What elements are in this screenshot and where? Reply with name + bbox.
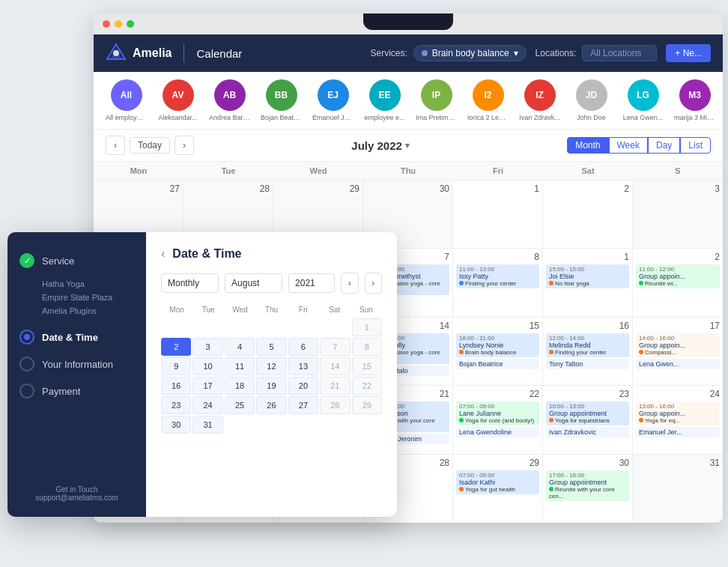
- mini-day-26[interactable]: 26: [256, 396, 286, 414]
- mini-day-8[interactable]: 8: [352, 338, 382, 356]
- calendar-cell-w3d5[interactable]: 2310:00 - 13:00Group appointmentYoga for…: [543, 386, 633, 453]
- cal-next-button[interactable]: ›: [175, 136, 194, 155]
- calendar-cell-w0d5[interactable]: 2: [543, 181, 633, 248]
- calendar-event-w4d5-0[interactable]: 17:00 - 18:00Group appointmentReunite wi…: [546, 470, 629, 501]
- employee-item-3[interactable]: BBBojan Beatrice: [261, 79, 302, 121]
- mini-day-30[interactable]: 30: [161, 416, 191, 434]
- mini-day-18[interactable]: 18: [225, 377, 255, 395]
- mini-day-9[interactable]: 9: [161, 357, 191, 375]
- calendar-event-w3d6-1[interactable]: Emanuel Jer...: [636, 427, 720, 437]
- mini-day-29[interactable]: 29: [352, 396, 382, 414]
- mini-day-16[interactable]: 16: [161, 377, 191, 395]
- calendar-cell-w0d6[interactable]: 3: [633, 181, 723, 248]
- calendar-cell-w1d4[interactable]: 811:00 - 13:00Issy PattyFinding your cen…: [453, 249, 543, 316]
- mini-day-13[interactable]: 13: [288, 357, 318, 375]
- mini-day-22[interactable]: 22: [352, 377, 382, 395]
- calendar-event-w2d5-1[interactable]: Tony Talton: [546, 359, 629, 369]
- modal-back-button[interactable]: ‹: [161, 247, 165, 261]
- mini-day-1[interactable]: 1: [352, 318, 382, 336]
- employee-item-10[interactable]: LGLena Gwen...: [622, 79, 664, 121]
- mini-day-25[interactable]: 25: [225, 396, 255, 414]
- employee-item-2[interactable]: ABAndrea Barber: [209, 79, 250, 121]
- mini-day-5[interactable]: 5: [256, 338, 286, 356]
- employee-item-8[interactable]: IZIvan Zdravk...: [519, 79, 560, 121]
- tab-week[interactable]: Week: [609, 137, 648, 154]
- mini-day-24[interactable]: 24: [192, 396, 222, 414]
- calendar-event-w3d4-0[interactable]: 07:00 - 09:00Lane JulianneYoga for core …: [456, 401, 539, 425]
- calendar-cell-w2d5[interactable]: 1612:00 - 14:00Melinda ReddFinding your …: [543, 318, 633, 385]
- mini-day-15[interactable]: 15: [352, 357, 382, 375]
- employee-item-0[interactable]: AllAll employees: [106, 79, 147, 121]
- mini-day-21[interactable]: 21: [320, 377, 350, 395]
- locations-input[interactable]: All Locations: [582, 45, 657, 61]
- mini-day-3[interactable]: 3: [192, 338, 222, 356]
- mini-day-31[interactable]: 31: [192, 416, 222, 434]
- mini-day-2[interactable]: 2: [161, 338, 191, 356]
- employee-item-11[interactable]: M3marija 3 Mike Sober: [674, 79, 715, 121]
- maximize-dot[interactable]: [127, 20, 134, 28]
- tab-list[interactable]: List: [680, 137, 711, 154]
- mini-day-27[interactable]: 27: [288, 396, 318, 414]
- calendar-event-w3d4-1[interactable]: Lena Gwendoline: [456, 427, 539, 437]
- calendar-event-w3d6-0[interactable]: 13:00 - 16:00Group appoin...Yoga for eq.…: [636, 401, 720, 425]
- calendar-event-w1d4-0[interactable]: 11:00 - 13:00Issy PattyFinding your cent…: [456, 264, 539, 288]
- calendar-cell-w2d4[interactable]: 1518:00 - 21:00Lyndsey NonieBrain body b…: [453, 318, 543, 385]
- mini-day-19[interactable]: 19: [256, 377, 286, 395]
- services-pill[interactable]: Brain body balance ▾: [413, 45, 527, 61]
- employee-item-4[interactable]: EJEmanuel Jer...: [312, 79, 354, 121]
- employee-item-6[interactable]: IPIma Pretime Emily Ernie: [416, 79, 457, 121]
- month-select[interactable]: January February March April May June Ju…: [225, 273, 282, 293]
- calendar-cell-w1d5[interactable]: 115:00 - 15:00Joi ElsieNo fear yoga: [543, 249, 633, 316]
- calendar-event-w2d6-0[interactable]: 14:00 - 16:00Group appoin...Compassi...: [636, 333, 720, 357]
- calendar-event-w2d4-1[interactable]: Bojan Beatrice: [456, 359, 539, 369]
- mini-day-12[interactable]: 12: [256, 357, 286, 375]
- calendar-cell-w3d4[interactable]: 2207:00 - 09:00Lane JulianneYoga for cor…: [453, 386, 543, 453]
- minimize-dot[interactable]: [115, 20, 122, 28]
- year-select[interactable]: 2019 2020 2021 2022 2023: [288, 273, 335, 293]
- mini-day-20[interactable]: 20: [288, 377, 318, 395]
- new-button[interactable]: + Ne...: [666, 44, 711, 62]
- mini-day-6[interactable]: 6: [288, 338, 318, 356]
- calendar-event-w4d4-0[interactable]: 07:00 - 09:00Isador KathiYoga for gut he…: [456, 470, 539, 494]
- calendar-cell-w1d6[interactable]: 211:00 - 12:00Group appoin...Reunite wi.…: [633, 249, 723, 316]
- mini-cal-prev[interactable]: ‹: [341, 273, 358, 294]
- sidebar-step-date[interactable]: Date & Time: [19, 324, 134, 351]
- mini-day-11[interactable]: 11: [225, 357, 255, 375]
- mini-day-17[interactable]: 17: [192, 377, 222, 395]
- mini-day-4[interactable]: 4: [225, 338, 255, 356]
- service-amelia-plugins[interactable]: Amelia Plugins: [19, 304, 134, 318]
- calendar-cell-w0d4[interactable]: 1: [453, 181, 543, 248]
- today-button[interactable]: Today: [130, 137, 170, 154]
- calendar-cell-w2d6[interactable]: 1714:00 - 16:00Group appoin...Compassi..…: [633, 318, 723, 385]
- mini-day-28[interactable]: 28: [320, 396, 350, 414]
- mini-cal-next[interactable]: ›: [365, 273, 382, 294]
- sidebar-step-payment[interactable]: Payment: [19, 378, 134, 404]
- close-dot[interactable]: [103, 20, 110, 28]
- calendar-event-w2d6-1[interactable]: Lena Gwen...: [636, 359, 720, 369]
- mini-day-14[interactable]: 14: [320, 357, 350, 375]
- calendar-cell-w4d5[interactable]: 3017:00 - 18:00Group appointmentReunite …: [543, 455, 633, 522]
- employee-item-7[interactable]: I2Iorica 2 Lexie Ernie: [467, 79, 509, 121]
- mini-day-23[interactable]: 23: [161, 396, 191, 414]
- tab-day[interactable]: Day: [648, 137, 680, 154]
- service-empire-state[interactable]: Empire State Plaza: [19, 291, 134, 304]
- calendar-cell-w4d4[interactable]: 2907:00 - 09:00Isador KathiYoga for gut …: [453, 455, 543, 522]
- sidebar-step-service[interactable]: ✓ Service: [19, 247, 134, 274]
- calendar-cell-w4d6[interactable]: 31: [633, 455, 723, 522]
- calendar-event-w2d4-0[interactable]: 18:00 - 21:00Lyndsey NonieBrain body bal…: [456, 333, 539, 357]
- tab-month[interactable]: Month: [567, 137, 608, 154]
- period-select[interactable]: Monthly Weekly Daily: [161, 273, 219, 293]
- calendar-event-w3d5-0[interactable]: 10:00 - 13:00Group appointmentYoga for e…: [546, 401, 629, 425]
- calendar-event-w1d5-0[interactable]: 15:00 - 15:00Joi ElsieNo fear yoga: [546, 264, 629, 288]
- employee-item-1[interactable]: AVAleksandar...: [157, 79, 198, 121]
- cal-prev-button[interactable]: ‹: [106, 136, 125, 155]
- calendar-event-w1d6-0[interactable]: 11:00 - 12:00Group appoin...Reunite wi..…: [636, 264, 720, 288]
- calendar-event-w2d5-0[interactable]: 12:00 - 14:00Melinda ReddFinding your ce…: [546, 333, 629, 357]
- calendar-cell-w3d6[interactable]: 2413:00 - 16:00Group appoin...Yoga for e…: [633, 386, 723, 453]
- mini-day-10[interactable]: 10: [192, 357, 222, 375]
- mini-day-7[interactable]: 7: [320, 338, 350, 356]
- service-hatha-yoga[interactable]: Hatha Yoga: [19, 277, 134, 291]
- sidebar-step-info[interactable]: Your Information: [19, 351, 134, 378]
- employee-item-9[interactable]: JDJohn Doe: [571, 79, 612, 121]
- employee-item-5[interactable]: EEemployee e...: [364, 79, 405, 121]
